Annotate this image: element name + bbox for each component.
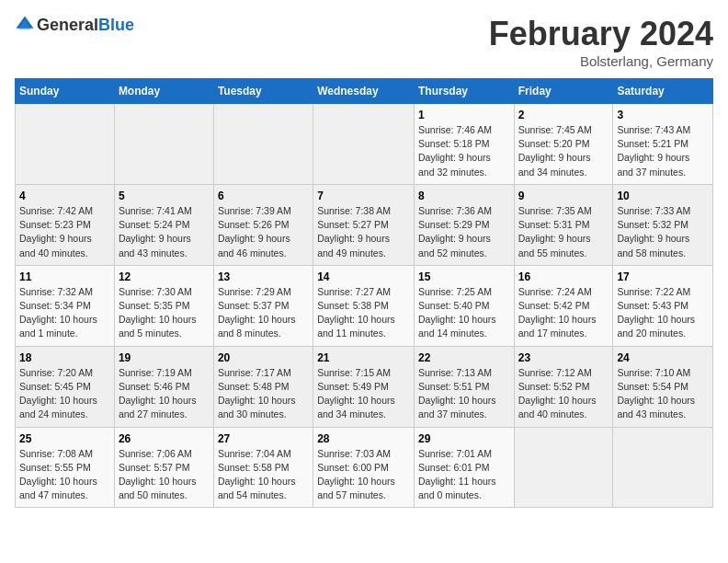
day-number: 29 [418, 432, 510, 445]
day-info: Sunrise: 7:17 AM Sunset: 5:48 PM Dayligh… [218, 366, 309, 422]
calendar-cell: 12Sunrise: 7:30 AM Sunset: 5:35 PM Dayli… [114, 265, 213, 346]
day-number: 24 [617, 351, 709, 364]
day-info: Sunrise: 7:15 AM Sunset: 5:49 PM Dayligh… [317, 366, 410, 422]
day-info: Sunrise: 7:12 AM Sunset: 5:52 PM Dayligh… [518, 366, 609, 422]
day-info: Sunrise: 7:33 AM Sunset: 5:32 PM Dayligh… [617, 204, 709, 260]
day-info: Sunrise: 7:22 AM Sunset: 5:43 PM Dayligh… [617, 285, 709, 341]
day-of-week-thursday: Thursday [414, 79, 514, 104]
calendar-cell: 4Sunrise: 7:42 AM Sunset: 5:23 PM Daylig… [16, 184, 115, 265]
day-number: 15 [418, 270, 510, 283]
day-info: Sunrise: 7:20 AM Sunset: 5:45 PM Dayligh… [19, 366, 110, 422]
day-info: Sunrise: 7:38 AM Sunset: 5:27 PM Dayligh… [317, 204, 410, 260]
day-number: 6 [218, 190, 309, 202]
day-number: 18 [19, 351, 110, 364]
day-number: 21 [317, 351, 410, 364]
calendar-cell: 28Sunrise: 7:03 AM Sunset: 6:00 PM Dayli… [313, 427, 415, 508]
logo: GeneralBlue [15, 15, 134, 35]
logo-icon [15, 15, 35, 35]
calendar-table: SundayMondayTuesdayWednesdayThursdayFrid… [15, 78, 713, 508]
calendar-cell: 20Sunrise: 7:17 AM Sunset: 5:48 PM Dayli… [213, 346, 313, 427]
day-number: 25 [19, 432, 110, 445]
calendar-cell [313, 104, 415, 185]
day-of-week-friday: Friday [514, 79, 613, 104]
day-number: 9 [518, 190, 609, 202]
day-info: Sunrise: 7:03 AM Sunset: 6:00 PM Dayligh… [317, 447, 410, 503]
calendar-cell: 27Sunrise: 7:04 AM Sunset: 5:58 PM Dayli… [213, 427, 313, 508]
calendar-cell [514, 427, 613, 508]
day-number: 12 [119, 270, 210, 283]
calendar-cell: 9Sunrise: 7:35 AM Sunset: 5:31 PM Daylig… [514, 184, 613, 265]
month-title: February 2024 [489, 15, 713, 53]
calendar-cell: 10Sunrise: 7:33 AM Sunset: 5:32 PM Dayli… [613, 184, 713, 265]
logo-general-text: General [37, 16, 98, 34]
calendar-cell: 21Sunrise: 7:15 AM Sunset: 5:49 PM Dayli… [313, 346, 415, 427]
day-info: Sunrise: 7:24 AM Sunset: 5:42 PM Dayligh… [518, 285, 609, 341]
day-number: 13 [218, 270, 309, 283]
calendar-cell: 3Sunrise: 7:43 AM Sunset: 5:21 PM Daylig… [613, 104, 713, 185]
calendar-cell: 7Sunrise: 7:38 AM Sunset: 5:27 PM Daylig… [313, 184, 415, 265]
week-row-1: 1Sunrise: 7:46 AM Sunset: 5:18 PM Daylig… [16, 104, 713, 185]
day-info: Sunrise: 7:01 AM Sunset: 6:01 PM Dayligh… [418, 447, 510, 503]
week-row-2: 4Sunrise: 7:42 AM Sunset: 5:23 PM Daylig… [16, 184, 713, 265]
day-info: Sunrise: 7:27 AM Sunset: 5:38 PM Dayligh… [317, 285, 410, 341]
day-info: Sunrise: 7:32 AM Sunset: 5:34 PM Dayligh… [19, 285, 110, 341]
day-info: Sunrise: 7:35 AM Sunset: 5:31 PM Dayligh… [518, 204, 609, 260]
calendar-cell: 14Sunrise: 7:27 AM Sunset: 5:38 PM Dayli… [313, 265, 415, 346]
calendar-cell: 18Sunrise: 7:20 AM Sunset: 5:45 PM Dayli… [16, 346, 115, 427]
calendar-cell: 17Sunrise: 7:22 AM Sunset: 5:43 PM Dayli… [613, 265, 713, 346]
calendar-cell: 13Sunrise: 7:29 AM Sunset: 5:37 PM Dayli… [213, 265, 313, 346]
calendar-header-row: SundayMondayTuesdayWednesdayThursdayFrid… [16, 79, 713, 104]
day-of-week-sunday: Sunday [16, 79, 115, 104]
calendar-cell: 24Sunrise: 7:10 AM Sunset: 5:54 PM Dayli… [613, 346, 713, 427]
day-info: Sunrise: 7:13 AM Sunset: 5:51 PM Dayligh… [418, 366, 510, 422]
day-number: 8 [418, 190, 510, 202]
calendar-cell [613, 427, 713, 508]
calendar-cell: 15Sunrise: 7:25 AM Sunset: 5:40 PM Dayli… [414, 265, 514, 346]
location: Bolsterlang, Germany [489, 53, 713, 69]
day-info: Sunrise: 7:39 AM Sunset: 5:26 PM Dayligh… [218, 204, 309, 260]
calendar-cell: 2Sunrise: 7:45 AM Sunset: 5:20 PM Daylig… [514, 104, 613, 185]
day-info: Sunrise: 7:43 AM Sunset: 5:21 PM Dayligh… [617, 123, 709, 179]
day-number: 28 [317, 432, 410, 445]
day-number: 3 [617, 109, 709, 121]
day-number: 22 [418, 351, 510, 364]
day-number: 27 [218, 432, 309, 445]
day-number: 14 [317, 270, 410, 283]
day-number: 23 [518, 351, 609, 364]
day-number: 7 [317, 190, 410, 202]
day-number: 2 [518, 109, 609, 121]
title-block: February 2024 Bolsterlang, Germany [489, 15, 713, 69]
calendar-cell: 16Sunrise: 7:24 AM Sunset: 5:42 PM Dayli… [514, 265, 613, 346]
day-info: Sunrise: 7:08 AM Sunset: 5:55 PM Dayligh… [19, 447, 110, 503]
day-info: Sunrise: 7:45 AM Sunset: 5:20 PM Dayligh… [518, 123, 609, 179]
day-info: Sunrise: 7:29 AM Sunset: 5:37 PM Dayligh… [218, 285, 309, 341]
logo-blue-text: Blue [98, 16, 134, 34]
calendar-cell: 6Sunrise: 7:39 AM Sunset: 5:26 PM Daylig… [213, 184, 313, 265]
day-number: 4 [19, 190, 110, 202]
day-number: 11 [19, 270, 110, 283]
day-number: 10 [617, 190, 709, 202]
day-number: 20 [218, 351, 309, 364]
day-info: Sunrise: 7:42 AM Sunset: 5:23 PM Dayligh… [19, 204, 110, 260]
calendar-cell: 11Sunrise: 7:32 AM Sunset: 5:34 PM Dayli… [16, 265, 115, 346]
day-of-week-tuesday: Tuesday [213, 79, 313, 104]
calendar-cell: 26Sunrise: 7:06 AM Sunset: 5:57 PM Dayli… [114, 427, 213, 508]
day-number: 26 [119, 432, 210, 445]
day-number: 1 [418, 109, 510, 121]
day-info: Sunrise: 7:36 AM Sunset: 5:29 PM Dayligh… [418, 204, 510, 260]
page-header: GeneralBlue February 2024 Bolsterlang, G… [15, 15, 713, 69]
day-info: Sunrise: 7:19 AM Sunset: 5:46 PM Dayligh… [119, 366, 210, 422]
day-of-week-saturday: Saturday [613, 79, 713, 104]
calendar-cell: 5Sunrise: 7:41 AM Sunset: 5:24 PM Daylig… [114, 184, 213, 265]
day-number: 5 [119, 190, 210, 202]
day-info: Sunrise: 7:25 AM Sunset: 5:40 PM Dayligh… [418, 285, 510, 341]
day-number: 17 [617, 270, 709, 283]
day-info: Sunrise: 7:10 AM Sunset: 5:54 PM Dayligh… [617, 366, 709, 422]
day-number: 16 [518, 270, 609, 283]
week-row-3: 11Sunrise: 7:32 AM Sunset: 5:34 PM Dayli… [16, 265, 713, 346]
day-info: Sunrise: 7:30 AM Sunset: 5:35 PM Dayligh… [119, 285, 210, 341]
calendar-cell: 29Sunrise: 7:01 AM Sunset: 6:01 PM Dayli… [414, 427, 514, 508]
day-of-week-monday: Monday [114, 79, 213, 104]
calendar-cell: 22Sunrise: 7:13 AM Sunset: 5:51 PM Dayli… [414, 346, 514, 427]
day-info: Sunrise: 7:41 AM Sunset: 5:24 PM Dayligh… [119, 204, 210, 260]
